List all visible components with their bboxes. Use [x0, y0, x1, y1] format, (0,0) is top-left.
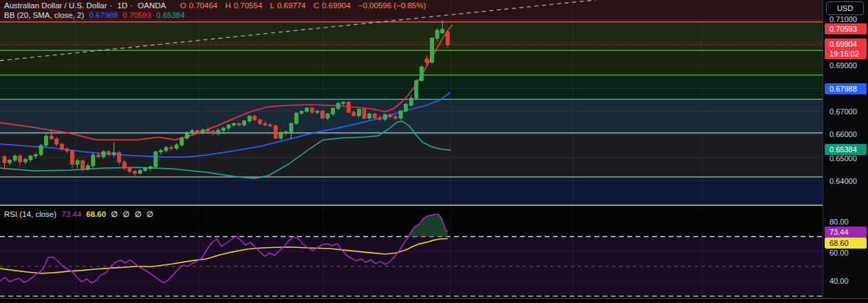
close-label: C0.69904 — [314, 1, 354, 10]
price-axis-badge: 0.70593 — [825, 23, 867, 34]
bb-legend-row[interactable]: BB (20, SMA, close, 2) 0.67988 0.70593 0… — [4, 11, 188, 19]
currency-toggle-button[interactable]: USD — [826, 1, 864, 15]
open-value: 0.70464 — [189, 1, 218, 10]
rsi-label[interactable]: RSI (14, close) — [4, 210, 56, 218]
price-axis-label: 0.65000 — [823, 154, 868, 163]
empty-set-icon: ∅ — [135, 210, 142, 218]
chart-canvas[interactable] — [0, 0, 868, 303]
pane-resize-handle[interactable] — [0, 205, 823, 206]
bb-upper-value: 0.70593 — [122, 11, 151, 19]
low-value: 0.69774 — [277, 1, 306, 10]
price-axis-badge: 0.65384 — [825, 144, 867, 155]
close-value: 0.69904 — [322, 1, 351, 10]
rsi-axis-badge: 73.44 — [825, 227, 867, 238]
exchange-label: OANDA — [138, 1, 166, 10]
change-value: −0.00596 (−0.85%) — [358, 1, 426, 10]
interval-label[interactable]: 1D — [118, 1, 128, 10]
exchange-sep: · — [130, 1, 133, 10]
time-axis-strip[interactable] — [0, 299, 868, 303]
trading-chart-window: Australian Dollar / U.S. Dollar· 1D· OAN… — [0, 0, 868, 303]
price-axis-badge: 0.6990419:15:02 — [825, 39, 867, 59]
bb-lower-value: 0.65384 — [156, 11, 185, 19]
symbol-title[interactable]: Australian Dollar / U.S. Dollar — [4, 1, 107, 10]
rsi-ma-value: 68.60 — [86, 210, 106, 218]
rsi-axis-label: 40.00 — [823, 276, 868, 286]
empty-set-icon: ∅ — [122, 210, 129, 218]
high-value: 0.70554 — [234, 1, 263, 10]
rsi-value: 73.44 — [61, 210, 81, 218]
countdown-timer: 19:15:02 — [829, 49, 867, 59]
high-label: H0.70554 — [225, 1, 265, 10]
symbol-legend-row[interactable]: Australian Dollar / U.S. Dollar· 1D· OAN… — [4, 1, 428, 10]
bb-basis-value: 0.67988 — [89, 11, 118, 19]
low-label: L0.69774 — [270, 1, 309, 10]
rsi-legend-row[interactable]: RSI (14, close) 73.44 68.60 ∅ ∅ ∅ ∅ — [4, 209, 156, 219]
rsi-axis-badge: 68.60 — [825, 238, 867, 249]
rsi-axis-label: 60.00 — [823, 248, 868, 258]
rsi-axis-label: 80.00 — [823, 217, 868, 227]
price-axis[interactable]: USD 0.710000.705930.6990419:15:020.69000… — [823, 0, 868, 303]
bb-label[interactable]: BB (20, SMA, close, 2) — [4, 11, 84, 19]
empty-set-icon: ∅ — [147, 210, 153, 218]
price-axis-label: 0.66000 — [823, 129, 868, 139]
open-label: O0.70464 — [180, 1, 221, 10]
price-axis-label: 0.69000 — [823, 61, 868, 70]
price-axis-label: 0.71000 — [823, 14, 868, 24]
empty-set-icon: ∅ — [111, 210, 118, 218]
price-axis-badge: 0.67988 — [825, 83, 867, 94]
interval-sep: · — [110, 1, 113, 10]
price-axis-label: 0.67000 — [823, 107, 868, 116]
price-axis-label: 0.64000 — [823, 176, 868, 186]
